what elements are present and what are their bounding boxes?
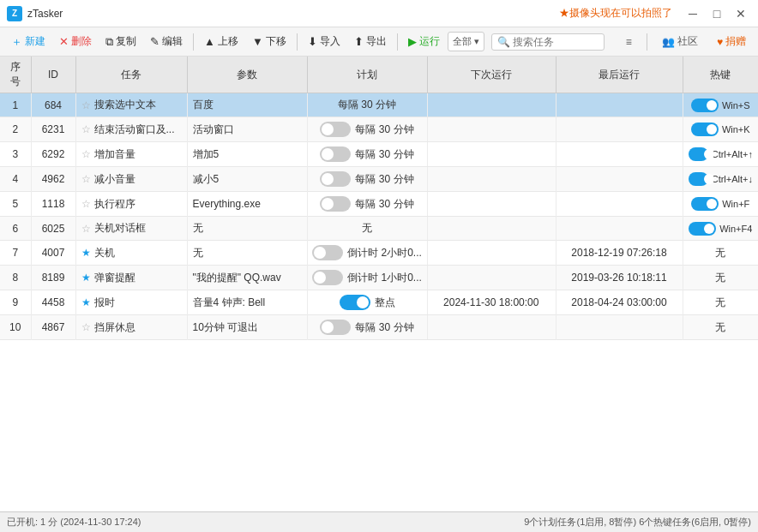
cell-param: 增加5 [187,142,307,167]
cell-next-run [427,167,556,192]
cell-last-run [556,315,683,340]
hotkey-text: Win+F4 [719,224,752,234]
cell-last-run: 2018-04-24 03:00:00 [556,290,683,315]
export-button[interactable]: ⬆ 导出 [348,32,393,51]
hotkey-toggle[interactable] [689,147,708,161]
move-up-button[interactable]: ▲ 上移 [198,32,244,51]
new-button[interactable]: ＋ 新建 [5,32,51,52]
star-icon[interactable]: ☆ [81,173,91,185]
copy-button[interactable]: ⧉ 复制 [99,32,142,51]
task-table: 序号 ID 任务 参数 计划 下次运行 最后运行 热键 1684☆搜索选中文本百… [0,57,758,340]
cell-plan: 倒计时 1小时0... [308,266,428,290]
plan-toggle[interactable] [340,295,370,310]
cell-plan: 整点 [308,290,428,314]
toolbar-right: ≡ 👥 社区 ♥ 捐赠 [619,32,753,51]
cell-seq: 9 [0,290,31,315]
plan-toggle[interactable] [320,146,351,162]
star-icon[interactable]: ☆ [81,148,91,160]
cell-hotkey: Win+K [683,117,758,142]
hotkey-toggle[interactable] [691,197,719,211]
table-row[interactable]: 74007★关机无倒计时 2小时0...2018-12-19 07:26:18无 [0,241,758,266]
all-dropdown[interactable]: 全部 ▾ [448,32,484,51]
cell-param: 活动窗口 [187,117,307,142]
cell-task: ★报时 [75,290,187,315]
move-down-button[interactable]: ▼ 下移 [246,32,292,51]
plan-toggle[interactable] [320,196,351,212]
hotkey-text: Win+F [722,199,749,209]
list-view-button[interactable]: ≡ [619,33,639,51]
cell-last-run [556,192,683,217]
star-icon[interactable]: ☆ [81,99,91,111]
separator-1 [193,33,194,51]
cell-plan: 每隔 30 分钟 [308,117,428,141]
plan-toggle[interactable] [320,122,351,137]
maximize-button[interactable]: □ [707,5,727,22]
table-row[interactable]: 1684☆搜索选中文本百度每隔 30 分钟Win+S [0,93,758,117]
star-icon[interactable]: ★ [81,272,91,284]
community-button[interactable]: 👥 社区 [655,32,705,51]
table-row[interactable]: 94458★报时音量4 钟声: Bell整点2024-11-30 18:00:0… [0,290,758,315]
hotkey-text: Ctrl+Alt+↑ [712,149,753,159]
search-box: 🔍 [491,33,605,51]
cell-param: 无 [187,241,307,266]
cell-task: ★关机 [75,241,187,266]
search-input[interactable] [513,36,599,48]
task-table-container: 序号 ID 任务 参数 计划 下次运行 最后运行 热键 1684☆搜索选中文本百… [0,57,758,511]
separator-3 [397,33,398,51]
separator-4 [647,33,647,51]
cell-last-run [556,93,683,117]
search-icon: 🔍 [497,36,510,48]
plan-toggle[interactable] [312,270,343,285]
cell-param: 音量4 钟声: Bell [187,290,307,315]
plan-toggle[interactable] [320,171,351,187]
cell-hotkey: 无 [683,315,758,340]
task-name: 关机对话框 [94,221,146,236]
app-name: zTasker [27,8,559,20]
star-icon[interactable]: ☆ [81,321,91,333]
hotkey-toggle[interactable] [689,222,716,236]
cell-id: 684 [31,93,75,117]
hotkey-toggle[interactable] [689,172,708,186]
star-icon[interactable]: ★ [81,247,91,259]
cell-next-run [427,217,556,241]
hotkey-toggle[interactable] [691,123,719,136]
close-button[interactable]: ✕ [731,5,751,22]
table-row[interactable]: 51118☆执行程序Everything.exe每隔 30 分钟Win+F [0,192,758,217]
table-header-row: 序号 ID 任务 参数 计划 下次运行 最后运行 热键 [0,57,758,93]
table-row[interactable]: 104867☆挡屏休息10分钟 可退出每隔 30 分钟无 [0,315,758,340]
star-icon[interactable]: ☆ [81,223,91,235]
star-icon[interactable]: ☆ [81,198,91,210]
star-icon[interactable]: ★ [81,296,91,308]
task-name: 挡屏休息 [94,320,135,335]
cell-param: 百度 [187,93,307,117]
copy-icon: ⧉ [105,35,113,49]
edit-button[interactable]: ✎ 编辑 [144,32,189,51]
table-row[interactable]: 44962☆减小音量减小5每隔 30 分钟Ctrl+Alt+↓ [0,167,758,192]
table-row[interactable]: 88189★弹窗提醒"我的提醒" QQ.wav倒计时 1小时0...2019-0… [0,266,758,290]
delete-button[interactable]: ✕ 删除 [53,32,98,51]
star-icon[interactable]: ☆ [81,123,91,135]
plan-toggle[interactable] [320,320,351,335]
donate-button[interactable]: ♥ 捐赠 [710,32,753,51]
plan-toggle[interactable] [312,245,343,260]
cell-task: ☆减小音量 [75,167,187,192]
cell-task: ☆增加音量 [75,142,187,167]
down-arrow-icon: ▼ [252,35,263,48]
cell-last-run: 2019-03-26 10:18:11 [556,266,683,290]
cell-last-run [556,142,683,167]
table-row[interactable]: 36292☆增加音量增加5每隔 30 分钟Ctrl+Alt+↑ [0,142,758,167]
cell-id: 4007 [31,241,75,266]
cell-plan: 每隔 30 分钟 [308,192,428,216]
hotkey-toggle[interactable] [691,99,719,112]
cell-hotkey: Win+F [683,192,758,217]
cell-id: 6025 [31,217,75,241]
table-row[interactable]: 66025☆关机对话框无无Win+F4 [0,217,758,241]
run-button[interactable]: ▶ 运行 [402,32,446,51]
import-button[interactable]: ⬇ 导入 [302,32,346,51]
delete-icon: ✕ [59,35,69,48]
cell-param: "我的提醒" QQ.wav [187,266,307,290]
community-icon: 👥 [662,36,675,48]
title-bar: Z zTasker ★摄像头现在可以拍照了 ─ □ ✕ [0,0,758,27]
minimize-button[interactable]: ─ [683,5,703,22]
table-row[interactable]: 26231☆结束活动窗口及...活动窗口每隔 30 分钟Win+K [0,117,758,142]
